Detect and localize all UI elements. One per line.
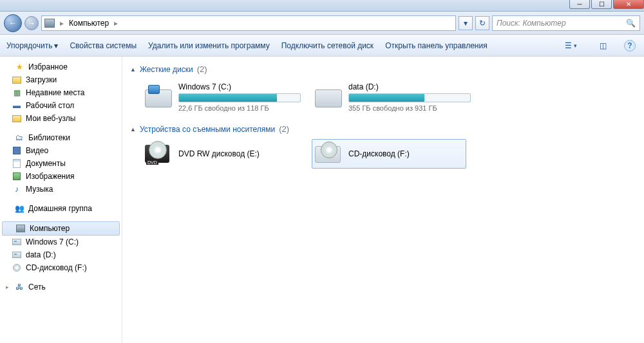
drive-info: DVD RW дисковод (E:) bbox=[178, 149, 293, 158]
view-mode-button[interactable]: ☰ ▾ bbox=[558, 39, 583, 53]
sidebar-item-desktop[interactable]: ▬ Рабочий стол bbox=[0, 99, 122, 112]
drive-info: Windows 7 (C:) 22,6 ГБ свободно из 118 Г… bbox=[178, 82, 301, 112]
sidebar-item-websites[interactable]: Мои веб-узлы bbox=[0, 112, 122, 125]
homegroup-group: 👥 Домашняя группа bbox=[0, 202, 122, 215]
tree-label: data (D:) bbox=[26, 250, 56, 259]
favorites-root[interactable]: ★ Избранное bbox=[0, 60, 122, 73]
network-group: ▸ 🖧 Сеть bbox=[0, 281, 122, 293]
tree-label: Домашняя группа bbox=[28, 204, 92, 213]
drive-icon bbox=[12, 239, 21, 245]
arrow-right-icon: → bbox=[28, 19, 35, 28]
hdd-icon bbox=[145, 86, 172, 109]
drive-tile-f[interactable]: CD-дисковод (F:) bbox=[312, 139, 466, 169]
section-count: (2) bbox=[197, 64, 207, 74]
folder-icon bbox=[12, 77, 21, 84]
collapse-icon: ▲ bbox=[130, 66, 136, 73]
back-button[interactable]: ← bbox=[4, 14, 22, 32]
dvd-drive-icon: DVD bbox=[145, 142, 172, 165]
desktop-icon: ▬ bbox=[12, 100, 22, 111]
uninstall-program-button[interactable]: Удалить или изменить программу bbox=[148, 41, 270, 50]
tree-label: Документы bbox=[26, 159, 66, 168]
maximize-button[interactable]: ☐ bbox=[591, 0, 612, 9]
search-input[interactable]: Поиск: Компьютер 🔍 bbox=[492, 15, 640, 31]
drive-subtext: 355 ГБ свободно из 931 ГБ bbox=[348, 104, 471, 112]
minimize-button[interactable]: ─ bbox=[569, 0, 590, 9]
tree-label: Музыка bbox=[26, 185, 53, 194]
forward-button[interactable]: → bbox=[24, 16, 39, 30]
sidebar-item-pictures[interactable]: Изображения bbox=[0, 170, 122, 183]
pictures-icon bbox=[13, 172, 21, 180]
arrow-left-icon: ← bbox=[9, 19, 17, 28]
capacity-fill bbox=[349, 94, 424, 102]
favorites-group: ★ Избранное Загрузки ▦ Недавние места ▬ … bbox=[0, 60, 122, 125]
sidebar-item-documents[interactable]: Документы bbox=[0, 157, 122, 170]
capacity-bar bbox=[348, 93, 471, 102]
drive-icon bbox=[12, 252, 21, 258]
tree-label: Сеть bbox=[28, 283, 46, 292]
tree-label: Библиотеки bbox=[28, 133, 70, 142]
system-properties-button[interactable]: Свойства системы bbox=[70, 41, 137, 50]
sidebar-item-music[interactable]: ♪ Музыка bbox=[0, 183, 122, 196]
chevron-down-icon: ▾ bbox=[464, 19, 468, 28]
sidebar-item-drive-f[interactable]: CD-дисковод (F:) bbox=[0, 261, 122, 274]
section-removable[interactable]: ▲ Устройства со съемными носителями (2) bbox=[130, 124, 636, 134]
network-icon: 🖧 bbox=[14, 282, 24, 292]
section-hard-drives[interactable]: ▲ Жесткие диски (2) bbox=[130, 64, 636, 74]
refresh-icon: ↻ bbox=[479, 19, 486, 28]
breadcrumb-root[interactable]: Компьютер bbox=[69, 19, 109, 28]
refresh-button[interactable]: ↻ bbox=[475, 16, 489, 30]
collapse-icon: ▲ bbox=[130, 126, 136, 133]
cd-drive-icon bbox=[315, 142, 342, 165]
section-title: Устройства со съемными носителями bbox=[140, 125, 275, 134]
libraries-root[interactable]: 🗂 Библиотеки bbox=[0, 131, 122, 144]
capacity-bar bbox=[178, 93, 301, 102]
close-button[interactable]: ✕ bbox=[613, 0, 644, 9]
help-button[interactable]: ? bbox=[622, 39, 638, 53]
tree-label: Windows 7 (C:) bbox=[26, 237, 79, 246]
removable-row: DVD DVD RW дисковод (E:) CD-дисковод (F:… bbox=[130, 139, 636, 169]
video-icon bbox=[13, 147, 21, 154]
drive-subtext: 22,6 ГБ свободно из 118 ГБ bbox=[178, 104, 301, 112]
map-network-drive-button[interactable]: Подключить сетевой диск bbox=[281, 41, 374, 50]
sidebar-item-computer[interactable]: Компьютер bbox=[2, 221, 120, 236]
hard-drives-row: Windows 7 (C:) 22,6 ГБ свободно из 118 Г… bbox=[130, 79, 636, 115]
sidebar-item-recent[interactable]: ▦ Недавние места bbox=[0, 86, 122, 99]
cd-icon bbox=[13, 264, 21, 272]
open-control-panel-button[interactable]: Открыть панель управления bbox=[385, 41, 488, 50]
sidebar-item-homegroup[interactable]: 👥 Домашняя группа bbox=[0, 202, 122, 215]
sidebar-item-network[interactable]: ▸ 🖧 Сеть bbox=[0, 281, 122, 293]
tree-label: Компьютер bbox=[30, 224, 70, 233]
sidebar-item-drive-d[interactable]: data (D:) bbox=[0, 248, 122, 261]
music-icon: ♪ bbox=[12, 184, 22, 194]
preview-pane-button[interactable]: ◫ bbox=[595, 39, 611, 53]
drive-tile-d[interactable]: data (D:) 355 ГБ свободно из 931 ГБ bbox=[312, 79, 466, 115]
drive-info: data (D:) 355 ГБ свободно из 931 ГБ bbox=[348, 82, 471, 112]
organize-label: Упорядочить bbox=[6, 41, 52, 50]
drive-name: data (D:) bbox=[348, 82, 471, 91]
chevron-down-icon: ▾ bbox=[574, 42, 577, 49]
homegroup-icon: 👥 bbox=[14, 203, 24, 214]
folder-icon bbox=[12, 115, 21, 122]
computer-group: Компьютер Windows 7 (C:) data (D:) CD-ди… bbox=[0, 221, 122, 274]
tree-label: Недавние места bbox=[26, 88, 84, 97]
address-dropdown-button[interactable]: ▾ bbox=[459, 16, 473, 30]
drive-tile-c[interactable]: Windows 7 (C:) 22,6 ГБ свободно из 118 Г… bbox=[142, 79, 296, 115]
main-pane: ★ Избранное Загрузки ▦ Недавние места ▬ … bbox=[0, 57, 644, 343]
address-bar[interactable]: ▸ Компьютер ▸ bbox=[41, 15, 456, 31]
window-buttons: ─ ☐ ✕ bbox=[568, 0, 644, 9]
sidebar-item-downloads[interactable]: Загрузки bbox=[0, 73, 122, 86]
section-count: (2) bbox=[279, 124, 289, 134]
document-icon bbox=[13, 159, 21, 168]
sidebar-item-videos[interactable]: Видео bbox=[0, 144, 122, 157]
organize-button[interactable]: Упорядочить ▾ bbox=[6, 41, 58, 50]
drive-tile-e[interactable]: DVD DVD RW дисковод (E:) bbox=[142, 139, 296, 169]
search-icon: 🔍 bbox=[626, 19, 636, 28]
tree-label: CD-дисковод (F:) bbox=[26, 263, 87, 272]
hdd-icon bbox=[315, 86, 342, 109]
section-title: Жесткие диски bbox=[140, 65, 193, 74]
help-icon: ? bbox=[624, 40, 636, 51]
tree-label: Загрузки bbox=[26, 75, 57, 84]
breadcrumb-separator-icon: ▸ bbox=[113, 19, 119, 28]
sidebar-item-drive-c[interactable]: Windows 7 (C:) bbox=[0, 236, 122, 248]
tree-label: Мои веб-узлы bbox=[26, 114, 75, 123]
